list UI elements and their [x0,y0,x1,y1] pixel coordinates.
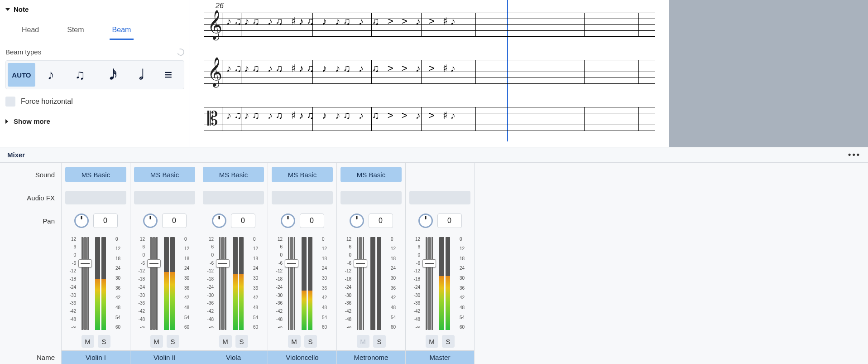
fader-track[interactable] [427,237,431,330]
channel-name[interactable]: Violoncello [268,350,336,364]
audio-fx-slot[interactable] [134,191,195,204]
beam-type-1[interactable]: ♪ [37,63,65,87]
pan-value-input[interactable]: 0 [231,214,255,228]
scale-tick: 12 [391,247,403,251]
beam-type-auto[interactable]: AUTO [8,63,35,87]
fader-track[interactable] [359,237,362,330]
mute-button[interactable]: M [82,335,94,348]
tab-beam[interactable]: Beam [110,22,134,40]
scale-tick: 0 [202,253,214,257]
pan-value-input[interactable]: 0 [162,214,187,228]
scale-tick: 60 [391,325,403,330]
pan-knob[interactable] [350,214,364,228]
score-scroll-gutter[interactable] [669,0,868,147]
mixer-menu-icon[interactable]: ••• [848,150,861,160]
mute-button[interactable]: M [357,335,369,348]
mute-button[interactable]: M [288,335,301,348]
scale-tick: 0 [253,237,265,242]
solo-button[interactable]: S [98,335,110,348]
audio-fx-slot[interactable] [340,191,402,204]
level-meter [95,237,106,330]
reset-icon[interactable] [176,47,185,57]
scale-tick: 60 [322,325,334,330]
score-canvas[interactable]: 26 𝄞♪♫♪♫ ♪♫ ♯♪♫ ♪ ♪♫ ♪ ♫ > > ♪ > ♯♪𝄞♪♫♪♫… [190,0,669,147]
scale-tick: 30 [391,276,403,281]
mute-button[interactable]: M [150,335,163,348]
scale-tick: -42 [64,309,76,314]
scale-tick: 24 [253,266,265,271]
note-section-header[interactable]: Note [5,4,184,15]
tab-stem[interactable]: Stem [64,22,86,40]
scale-tick: -36 [202,301,214,306]
pan-knob[interactable] [143,214,158,228]
solo-button[interactable]: S [167,335,179,348]
force-horizontal-checkbox[interactable] [5,97,15,107]
beam-type-3[interactable]: 𝅘𝅥𝅯 [96,63,123,87]
scale-tick: 24 [460,266,471,271]
scale-tick: 0 [64,253,76,257]
sound-select[interactable]: MS Basic [340,167,402,182]
solo-button[interactable]: S [373,335,386,348]
pan-value-input[interactable]: 0 [300,214,324,228]
beam-type-4[interactable]: 𝅗𝅥 [125,63,153,87]
level-meter [370,237,381,330]
fader-handle[interactable] [216,259,230,267]
solo-button[interactable]: S [235,335,248,348]
audio-fx-slot[interactable] [409,191,470,204]
pan-knob[interactable] [74,214,89,228]
pan-knob[interactable] [418,214,433,228]
pan-value-input[interactable]: 0 [437,214,462,228]
mute-button[interactable]: M [219,335,232,348]
audio-fx-slot[interactable] [272,191,333,204]
sound-select[interactable]: MS Basic [272,167,333,182]
fader-handle[interactable] [147,259,161,267]
fader-handle[interactable] [354,259,367,267]
fader-track[interactable] [152,237,156,330]
audio-fx-slot[interactable] [65,191,126,204]
scale-tick: 42 [115,296,127,300]
level-meter [233,237,244,330]
barline [222,60,222,83]
scale-tick: -18 [133,277,145,281]
scale-tick: -36 [64,301,76,306]
fader-handle[interactable] [285,259,298,267]
staff[interactable]: 𝄡♪♫♪♫ ♪♫ ♯♪♫ ♪ ♪♫ ♪ ♫ > > ♪ > ♯♪ [204,107,655,131]
solo-button[interactable]: S [442,335,455,348]
fader-track[interactable] [83,237,87,330]
pan-knob[interactable] [281,214,295,228]
channel-name[interactable]: Viola [199,350,268,364]
beam-type-2[interactable]: ♫ [67,63,94,87]
staff[interactable]: 𝄞♪♫♪♫ ♪♫ ♯♪♫ ♪ ♪♫ ♪ ♫ > > ♪ > ♯♪ [204,60,655,83]
mute-button[interactable]: M [426,335,438,348]
channel-name[interactable]: Master [406,350,474,364]
pan-knob[interactable] [212,214,226,228]
scale-tick: 12 [115,247,127,251]
channel-name[interactable]: Violin II [130,350,199,364]
fader-handle[interactable] [422,259,436,267]
solo-button[interactable]: S [304,335,317,348]
scale-tick: 30 [115,276,127,281]
sound-select[interactable]: MS Basic [134,167,195,182]
scale-tick: -30 [408,293,420,298]
scale-tick: 18 [391,257,403,261]
show-more-label: Show more [14,117,50,125]
beam-type-5[interactable]: ≡ [154,63,182,87]
pan-value-input[interactable]: 0 [369,214,393,228]
scale-tick: -6 [340,261,351,266]
fader-track[interactable] [221,237,225,330]
sound-select[interactable]: MS Basic [203,167,264,182]
staff[interactable]: 𝄞♪♫♪♫ ♪♫ ♯♪♫ ♪ ♪♫ ♪ ♫ > > ♪ > ♯♪ [204,13,655,36]
scale-tick: 18 [253,257,265,261]
channel-name[interactable]: Metronome [337,350,405,364]
channel-name[interactable]: Violin I [62,350,130,364]
scale-tick: -48 [133,317,145,322]
pan-value-input[interactable]: 0 [93,214,118,228]
sound-select[interactable]: MS Basic [65,167,126,182]
tab-head[interactable]: Head [19,22,42,40]
scale-tick: 0 [184,237,196,242]
show-more-toggle[interactable]: Show more [5,111,184,125]
audio-fx-slot[interactable] [203,191,264,204]
fader-track[interactable] [290,237,293,330]
scale-tick: 54 [391,315,403,320]
fader-handle[interactable] [78,259,92,267]
